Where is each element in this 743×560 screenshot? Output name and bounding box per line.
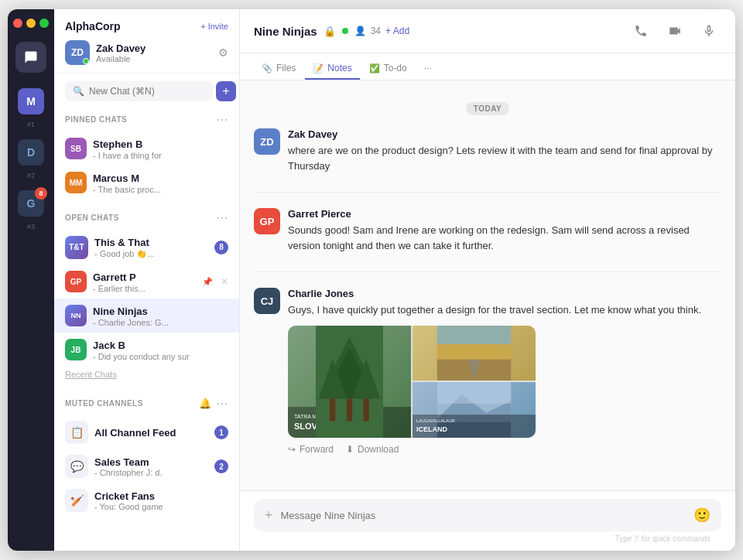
avatar: MM: [65, 172, 87, 193]
msg-content: Charlie Jones Guys, I have quickly put t…: [288, 288, 721, 455]
tab-todo[interactable]: ✅ To-do: [361, 58, 415, 80]
avatar: JB: [65, 339, 87, 360]
message-input[interactable]: [281, 510, 686, 521]
maximize-traffic-light[interactable]: [39, 19, 49, 28]
recent-chats-link[interactable]: Recent Chats: [54, 367, 239, 385]
img-collage: TATRA MOUNTAINSSLOVAKIA: [288, 326, 536, 438]
workspace-g[interactable]: G 8: [18, 190, 44, 217]
channel-info: All Channel Feed: [94, 427, 208, 439]
download-button[interactable]: ⬇ Download: [346, 444, 399, 455]
pinned-chat-stephen[interactable]: SB Stephen B - I have a thing for: [54, 131, 239, 166]
messages-area: TODAY ZD Zak Davey where are we on the p…: [240, 80, 735, 490]
emoji-button[interactable]: 🙂: [693, 507, 710, 524]
audio-button[interactable]: [697, 19, 721, 43]
traffic-lights: [13, 19, 49, 28]
unread-badge: 8: [214, 241, 228, 254]
msg-header: Zak Davey: [288, 128, 721, 140]
muted-channels-header: MUTED CHANNELS 🔔 ⋯: [54, 385, 239, 415]
invite-button[interactable]: + Invite: [200, 22, 228, 31]
workspace-g-badge: 8: [35, 187, 47, 200]
chat-title: Nine Ninjas: [254, 25, 317, 38]
chat-garrett-p[interactable]: GP Garrett P - Earlier this... 📌 ✕: [54, 265, 239, 299]
workspace-m[interactable]: M: [18, 88, 44, 114]
avatar: GP: [65, 271, 87, 292]
chat-tabs: 📎 Files 📝 Notes ✅ To-do ···: [240, 53, 735, 80]
msg-header: Charlie Jones: [288, 288, 721, 299]
channel-sales-team[interactable]: 💬 Sales Team - Christopher J: d. 2: [54, 449, 239, 483]
channel-info: Sales Team - Christopher J: d.: [94, 456, 208, 477]
download-icon: ⬇: [346, 444, 354, 455]
search-input[interactable]: [89, 86, 205, 97]
tab-files-label: Files: [276, 63, 296, 73]
pinned-chats-more-icon[interactable]: ⋯: [216, 112, 228, 127]
add-member-button[interactable]: + Add: [385, 26, 409, 36]
svg-rect-5: [347, 398, 352, 421]
road-illustration: [413, 326, 536, 381]
chat-nine-ninjas[interactable]: NN Nine Ninjas - Charlie Jones: G...: [54, 299, 239, 333]
org-row: AlphaCorp + Invite: [65, 20, 228, 32]
close-icon[interactable]: ✕: [221, 276, 228, 287]
msg-divider: [254, 271, 721, 272]
pin-icon: 📌: [202, 277, 213, 287]
new-chat-button[interactable]: +: [216, 81, 236, 101]
tab-notes[interactable]: 📝 Notes: [305, 58, 359, 80]
muted-channels-label: MUTED CHANNELS: [65, 399, 143, 408]
muted-more-icon[interactable]: ⋯: [216, 396, 228, 411]
chat-jack-b[interactable]: JB Jack B - Did you conduct any sur: [54, 333, 239, 367]
icon-bar: M #1 D #2 G 8 #3: [8, 9, 54, 551]
avatar: GP: [254, 208, 280, 234]
chat-item-info: Nine Ninjas - Charlie Jones: G...: [93, 304, 228, 327]
forward-button[interactable]: ↪ Forward: [288, 444, 334, 455]
settings-icon[interactable]: ⚙: [218, 46, 228, 59]
workspace-m-label: #1: [27, 121, 35, 128]
chat-item-info: Garrett P - Earlier this...: [93, 270, 196, 293]
close-traffic-light[interactable]: [13, 19, 22, 28]
msg-sender: Garret Pierce: [288, 208, 351, 220]
img-label-iceland: LAUGAVALLALAURICELAND: [413, 415, 536, 437]
tab-files[interactable]: 📎 Files: [254, 58, 303, 80]
channel-info: Cricket Fans - You: Good game: [94, 490, 228, 511]
voice-call-button[interactable]: [628, 19, 653, 43]
pinned-chat-marcus[interactable]: MM Marcus M - The basic proc...: [54, 166, 239, 200]
channel-cricket-fans[interactable]: 🏏 Cricket Fans - You: Good game: [54, 483, 239, 517]
member-info: 👤 34 + Add: [354, 26, 409, 36]
files-tab-icon: 📎: [262, 63, 272, 73]
svg-rect-15: [437, 382, 511, 404]
img-cell-iceland: LAUGAVALLALAURICELAND: [413, 382, 536, 438]
message-input-row: + 🙂: [254, 499, 721, 531]
more-tabs-icon: ···: [424, 63, 432, 73]
forest-illustration: [288, 326, 411, 438]
message-zak: ZD Zak Davey where are we on the product…: [254, 128, 721, 173]
unread-badge: 1: [214, 425, 228, 439]
app-window: M #1 D #2 G 8 #3 AlphaCorp + Invite: [8, 9, 735, 551]
muted-bell-icon[interactable]: 🔔: [199, 398, 211, 409]
chat-actions: [628, 19, 721, 43]
channel-icon: 🏏: [65, 489, 88, 512]
forward-icon: ↪: [288, 444, 296, 455]
date-label: TODAY: [466, 102, 509, 115]
chat-item-info: Jack B - Did you conduct any sur: [93, 338, 228, 361]
search-icon: 🔍: [73, 86, 84, 97]
chat-item-info: Stephen B - I have a thing for: [93, 137, 228, 160]
user-info: ZD Zak Davey Available: [65, 40, 146, 65]
open-chats-more-icon[interactable]: ⋯: [216, 210, 228, 225]
channel-all-feed[interactable]: 📋 All Channel Feed 1: [54, 415, 239, 449]
attach-button[interactable]: +: [265, 507, 273, 524]
chat-this-and-that[interactable]: T&T This & That - Good job 👏... 8: [54, 230, 239, 265]
tab-more[interactable]: ···: [416, 58, 440, 80]
search-wrap: 🔍: [65, 81, 213, 101]
chat-header: Nine Ninjas 🔒 👤 34 + Add: [240, 9, 735, 53]
open-chats-header: OPEN CHATS ⋯: [54, 200, 239, 230]
minimize-traffic-light[interactable]: [26, 19, 36, 28]
lock-icon: 🔒: [324, 26, 336, 37]
video-call-button[interactable]: [663, 19, 687, 43]
message-charlie: CJ Charlie Jones Guys, I have quickly pu…: [254, 288, 721, 455]
people-icon: 👤: [354, 26, 366, 36]
workspace-d[interactable]: D: [18, 139, 44, 166]
msg-divider: [254, 192, 721, 193]
msg-sender: Zak Davey: [288, 128, 337, 140]
chat-icon[interactable]: [15, 42, 46, 73]
msg-text: Guys, I have quickly put together a desi…: [288, 302, 721, 318]
status-dot: [83, 58, 89, 64]
tab-todo-label: To-do: [384, 63, 407, 73]
